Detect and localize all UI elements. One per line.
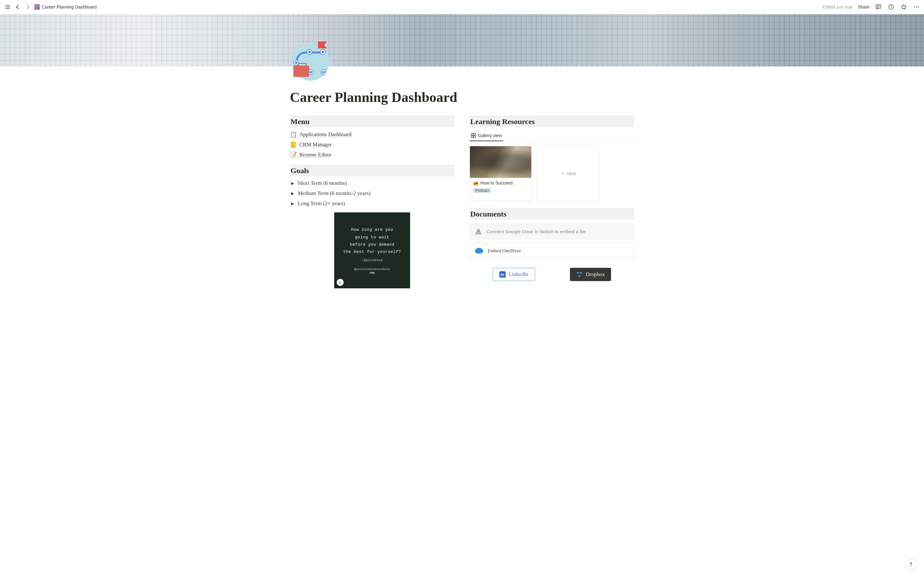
plus-icon: ＋ xyxy=(561,170,565,176)
svg-point-3 xyxy=(916,6,917,7)
quote-tag: @positivemindsetdaily xyxy=(354,268,390,271)
svg-rect-5 xyxy=(471,133,473,135)
page-title[interactable]: Career Planning Dashboard xyxy=(290,89,634,106)
resources-heading: Learning Resources xyxy=(470,115,634,127)
menu-item-crm[interactable]: 📒 CRM Manager xyxy=(290,141,454,148)
goal-item-short[interactable]: ▶ Short Term (6 months) xyxy=(290,180,454,187)
new-label: New xyxy=(567,171,576,176)
quote-brand: PMD xyxy=(370,271,374,275)
column-left: Menu 📋 Applications Dashboard 📒 CRM Mana… xyxy=(290,115,454,288)
google-drive-embed[interactable]: Connect Google Drive to Notion to embed … xyxy=(470,224,634,239)
dropbox-label: Dropbox xyxy=(586,271,605,278)
menu-toggle-icon[interactable] xyxy=(4,3,11,11)
forward-icon[interactable] xyxy=(24,3,32,11)
reload-icon[interactable]: ↻ xyxy=(337,279,344,286)
toggle-icon: ▶ xyxy=(291,181,294,186)
topbar-right: Edited just now Share xyxy=(823,3,920,11)
card-title: How to Succeed xyxy=(480,180,512,185)
card-cover-image xyxy=(470,146,531,178)
documents-heading: Documents xyxy=(470,208,634,220)
topbar-left: Career Planning Dashboard xyxy=(4,3,823,11)
dropbox-button[interactable]: Dropbox xyxy=(570,268,611,281)
goal-label: Medium Term (6 months-2 years) xyxy=(298,190,371,196)
breadcrumb-title: Career Planning Dashboard xyxy=(42,5,97,10)
toggle-icon: ▶ xyxy=(291,191,294,196)
svg-rect-6 xyxy=(474,133,476,135)
page-icon[interactable] xyxy=(290,41,331,82)
goals-heading: Goals xyxy=(290,165,454,176)
cover-image[interactable] xyxy=(0,14,924,67)
notebook-icon: 📒 xyxy=(290,141,297,148)
svg-point-2 xyxy=(914,6,915,7)
radio-icon: 📻 xyxy=(473,180,478,185)
svg-rect-7 xyxy=(471,136,473,138)
goal-item-long[interactable]: ▶ Long Term (2+ years) xyxy=(290,200,454,207)
goal-label: Long Term (2+ years) xyxy=(298,200,345,207)
card-tag: Podcast xyxy=(473,188,491,193)
menu-item-label: Resume Editor xyxy=(299,152,332,158)
goal-item-medium[interactable]: ▶ Medium Term (6 months-2 years) xyxy=(290,190,454,196)
updates-icon[interactable] xyxy=(887,3,895,11)
goal-label: Short Term (6 months) xyxy=(298,180,347,187)
onedrive-icon xyxy=(475,248,483,253)
gallery-icon xyxy=(471,133,476,138)
tab-gallery[interactable]: Gallery view xyxy=(470,131,503,141)
page-icon-small xyxy=(34,4,40,10)
topbar: Career Planning Dashboard Edited just no… xyxy=(0,0,924,14)
google-drive-icon xyxy=(475,228,482,235)
edited-status: Edited just now xyxy=(823,5,853,10)
memo-icon: 📝 xyxy=(290,151,297,158)
breadcrumb[interactable]: Career Planning Dashboard xyxy=(34,4,97,10)
menu-item-applications[interactable]: 📋 Applications Dashboard xyxy=(290,131,454,138)
quote-image[interactable]: How long are you going to wait before yo… xyxy=(334,213,410,288)
back-icon[interactable] xyxy=(14,3,21,11)
external-buttons: in LinkedIn Dropbox xyxy=(470,268,634,281)
menu-item-resume[interactable]: 📝 Resume Editor xyxy=(290,151,454,158)
column-right: Learning Resources Gallery view 📻 How to… xyxy=(470,115,634,288)
goals-list: ▶ Short Term (6 months) ▶ Medium Term (6… xyxy=(290,180,454,207)
clipboard-icon: 📋 xyxy=(290,131,297,138)
view-tabs: Gallery view xyxy=(470,131,634,141)
comments-icon[interactable] xyxy=(875,3,882,11)
gallery: 📻 How to Succeed Podcast ＋ New xyxy=(470,146,634,201)
quote-author: —Epictetus xyxy=(361,258,383,262)
toggle-icon: ▶ xyxy=(291,201,294,206)
onedrive-embed[interactable]: Embed OneDrive xyxy=(470,243,634,258)
content: Menu 📋 Applications Dashboard 📒 CRM Mana… xyxy=(259,115,665,314)
menu-heading: Menu xyxy=(290,115,454,127)
svg-rect-8 xyxy=(474,136,476,138)
onedrive-label: Embed OneDrive xyxy=(488,248,521,253)
linkedin-label: LinkedIn xyxy=(509,271,528,278)
tab-label: Gallery view xyxy=(478,133,502,138)
menu-item-label: CRM Manager xyxy=(299,141,332,148)
svg-rect-0 xyxy=(876,5,881,8)
quote-text: How long are you going to wait before yo… xyxy=(343,226,401,256)
linkedin-icon: in xyxy=(499,271,506,278)
share-button[interactable]: Share xyxy=(858,5,870,10)
gallery-new-button[interactable]: ＋ New xyxy=(537,146,599,201)
gallery-card-succeed[interactable]: 📻 How to Succeed Podcast xyxy=(470,146,532,201)
more-icon[interactable] xyxy=(913,3,920,11)
menu-item-label: Applications Dashboard xyxy=(299,132,352,138)
drive-label: Connect Google Drive to Notion to embed … xyxy=(486,229,586,234)
svg-point-4 xyxy=(918,6,919,7)
linkedin-button[interactable]: in LinkedIn xyxy=(493,268,535,281)
menu-list: 📋 Applications Dashboard 📒 CRM Manager 📝… xyxy=(290,131,454,158)
dropbox-icon xyxy=(576,271,582,277)
favorite-icon[interactable] xyxy=(900,3,908,11)
